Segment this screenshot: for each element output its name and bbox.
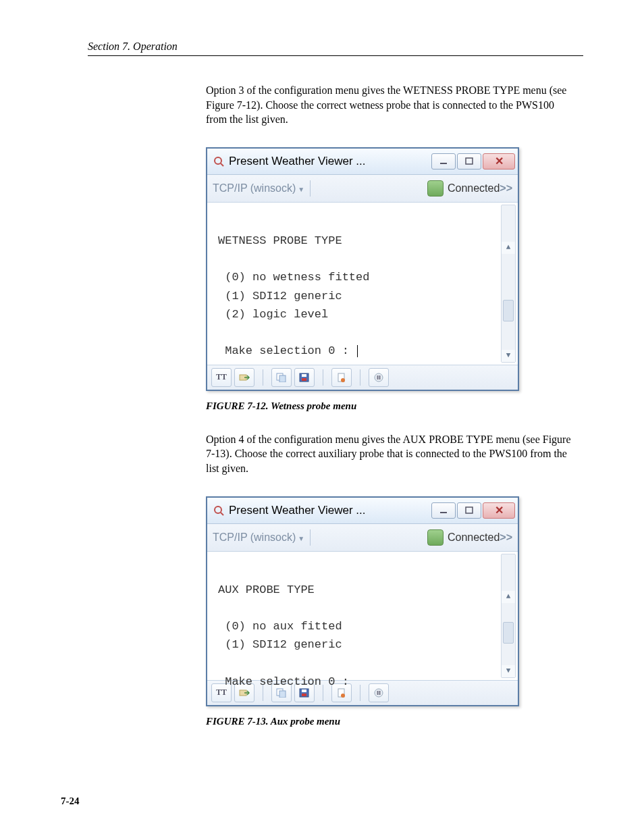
scroll-up-icon[interactable]: ▲ (502, 242, 515, 254)
svg-rect-24 (302, 694, 306, 696)
toolbar-separator (310, 180, 311, 197)
terminal-output[interactable]: WETNESS PROBE TYPE (0) no wetness fitted… (207, 203, 518, 365)
svg-point-11 (341, 378, 345, 382)
svg-line-16 (221, 513, 223, 515)
svg-point-0 (215, 157, 221, 164)
window-titlebar[interactable]: Present Weather Viewer ... ✕ (207, 498, 518, 524)
toolbar-separator (360, 369, 360, 386)
toolbar-separator (310, 529, 311, 546)
paragraph-2: Option 4 of the configuration menu gives… (206, 432, 576, 476)
svg-rect-21 (279, 691, 286, 698)
scroll-down-icon[interactable]: ▼ (502, 665, 515, 677)
toolbar-separator (323, 369, 323, 386)
term-option: (0) no aux fitted (225, 620, 342, 633)
minimize-button[interactable] (431, 502, 456, 519)
svg-rect-29 (379, 691, 381, 695)
window-title: Present Weather Viewer ... (229, 155, 431, 168)
app-icon (213, 155, 225, 167)
connected-icon (427, 180, 444, 197)
svg-rect-3 (466, 158, 473, 164)
connection-mode-dropdown[interactable]: TCP/IP (winsock)▼ (213, 182, 304, 194)
toolbar-top: TCP/IP (winsock)▼ Connected >> (207, 524, 518, 552)
scroll-thumb[interactable] (503, 622, 514, 644)
term-prompt: Make selection 0 : (225, 344, 356, 357)
svg-rect-13 (377, 375, 379, 380)
figure-caption-2: FIGURE 7-13. Aux probe menu (206, 716, 583, 727)
svg-rect-2 (440, 163, 447, 164)
scrollbar[interactable]: ▲ ▼ (501, 205, 516, 363)
scrollbar[interactable]: ▲ ▼ (501, 554, 516, 678)
connection-status: Connected (448, 531, 500, 544)
scroll-thumb[interactable] (503, 300, 514, 321)
term-prompt: Make selection 0 : (225, 675, 349, 688)
svg-point-12 (375, 373, 383, 382)
page-number: 7-24 (61, 796, 80, 807)
pause-icon[interactable] (369, 683, 389, 702)
save-icon[interactable] (294, 368, 315, 387)
minimize-button[interactable] (431, 153, 456, 170)
svg-rect-28 (377, 691, 379, 695)
connected-icon (427, 529, 444, 546)
svg-rect-14 (379, 375, 381, 380)
section-header: Section 7. Operation (88, 41, 583, 56)
svg-line-1 (221, 163, 223, 166)
toolbar-overflow[interactable]: >> (500, 182, 512, 194)
toolbar-top: TCP/IP (winsock)▼ Connected >> (207, 175, 518, 203)
svg-rect-18 (466, 507, 473, 513)
svg-point-15 (215, 506, 221, 513)
paragraph-1: Option 3 of the configuration menu gives… (206, 83, 576, 127)
term-heading: WETNESS PROBE TYPE (218, 234, 342, 247)
text-cursor (357, 345, 358, 357)
term-option: (2) logic level (225, 308, 328, 321)
copy-icon[interactable] (271, 368, 292, 387)
term-option: (0) no wetness fitted (225, 271, 369, 284)
toolbar-separator (360, 685, 360, 701)
window-title: Present Weather Viewer ... (229, 504, 431, 517)
term-option: (1) SDI12 generic (225, 638, 342, 651)
connection-mode-dropdown[interactable]: TCP/IP (winsock)▼ (213, 531, 304, 544)
page-icon[interactable] (331, 368, 352, 387)
term-option: (1) SDI12 generic (225, 290, 342, 303)
figure-caption-1: FIGURE 7-12. Wetness probe menu (206, 400, 583, 412)
close-button[interactable]: ✕ (483, 502, 515, 519)
app-icon (213, 504, 225, 517)
toolbar-separator (263, 369, 263, 386)
maximize-button[interactable] (457, 153, 481, 170)
svg-rect-17 (440, 512, 447, 513)
scroll-down-icon[interactable]: ▼ (502, 350, 515, 362)
scroll-up-icon[interactable]: ▲ (502, 591, 515, 603)
toolbar-overflow[interactable]: >> (500, 531, 512, 544)
screenshot-aux-probe: Present Weather Viewer ... ✕ TCP/IP (win… (206, 496, 519, 706)
screenshot-wetness-probe: Present Weather Viewer ... ✕ TCP/IP (win… (206, 147, 519, 391)
svg-point-27 (375, 689, 383, 697)
pause-icon[interactable] (369, 368, 389, 387)
svg-rect-9 (302, 378, 306, 381)
svg-rect-8 (302, 374, 306, 377)
svg-rect-6 (279, 375, 286, 382)
close-button[interactable]: ✕ (483, 153, 515, 170)
connection-status: Connected (448, 182, 500, 194)
maximize-button[interactable] (457, 502, 481, 519)
terminal-output[interactable]: AUX PROBE TYPE (0) no aux fitted (1) SDI… (207, 552, 518, 680)
window-titlebar[interactable]: Present Weather Viewer ... ✕ (207, 149, 518, 175)
svg-point-26 (341, 694, 345, 698)
term-heading: AUX PROBE TYPE (218, 583, 315, 596)
